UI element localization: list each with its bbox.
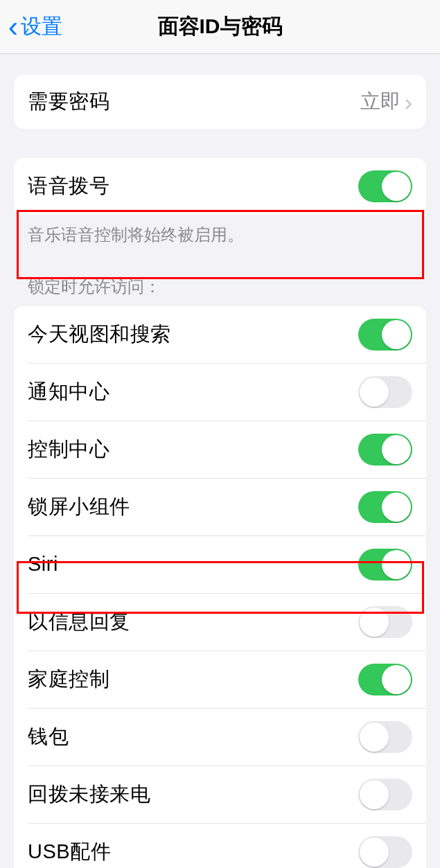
lock-item-label: 钱包 [28,723,69,751]
chevron-left-icon: ‹ [8,12,18,42]
lock-item-toggle[interactable] [358,549,412,581]
lock-item-row: 家庭控制 [28,650,426,708]
lock-item-row: 以信息回复 [28,593,426,650]
voice-dial-row: 语音拨号 [14,158,426,215]
lock-item-toggle[interactable] [358,664,412,696]
toggle-knob [360,608,389,637]
lock-item-toggle[interactable] [358,491,412,523]
lock-item-row: 控制中心 [28,420,426,478]
lock-item-toggle[interactable] [358,721,412,753]
toggle-knob [382,550,411,579]
lock-item-row: 钱包 [28,708,426,765]
page-title: 面容ID与密码 [158,12,283,41]
toggle-knob [382,665,411,694]
lock-item-row: 今天视图和搜索 [14,306,426,363]
lock-item-label: 通知中心 [28,378,109,406]
toggle-knob [360,723,389,752]
lock-item-row: 回拨未接来电 [28,765,426,823]
toggle-knob [360,838,389,867]
voice-dial-toggle[interactable] [358,170,412,202]
toggle-knob [360,780,389,809]
lock-item-label: 家庭控制 [28,666,109,693]
nav-header: ‹ 设置 面容ID与密码 [0,0,440,54]
lock-item-toggle[interactable] [358,319,412,351]
toggle-knob [382,435,411,464]
lock-item-row: USB配件 [28,823,426,868]
chevron-right-icon: › [405,89,412,116]
voice-dial-footer: 音乐语音控制将始终被启用。 [14,215,426,247]
voice-dial-label: 语音拨号 [28,172,109,200]
voice-dial-group: 语音拨号 [14,158,426,215]
lock-item-label: 以信息回复 [28,608,130,636]
toggle-knob [382,172,411,201]
toggle-knob [360,378,389,407]
require-passcode-group: 需要密码 立即 › [14,75,426,129]
lock-item-toggle[interactable] [358,779,412,811]
toggle-knob [382,493,411,522]
back-button[interactable]: ‹ 设置 [0,12,62,42]
lock-item-row: 通知中心 [28,363,426,420]
lock-item-toggle[interactable] [358,836,412,868]
lock-item-toggle[interactable] [358,376,412,408]
require-passcode-row[interactable]: 需要密码 立即 › [14,75,426,129]
back-label: 设置 [21,12,62,41]
lock-item-toggle[interactable] [358,606,412,638]
lock-item-row: 锁屏小组件 [28,478,426,535]
lock-access-group: 今天视图和搜索通知中心控制中心锁屏小组件Siri以信息回复家庭控制钱包回拨未接来… [14,306,426,868]
lock-item-toggle[interactable] [358,434,412,466]
toggle-knob [382,320,411,349]
lock-section-header: 锁定时允许访问： [14,276,426,306]
lock-item-label: 锁屏小组件 [28,493,130,521]
require-passcode-value: 立即 [360,88,401,116]
lock-item-label: Siri [28,553,58,576]
lock-item-label: 控制中心 [28,436,109,463]
lock-item-label: USB配件 [28,838,111,866]
lock-item-label: 今天视图和搜索 [28,321,171,348]
lock-item-row: Siri [28,535,426,593]
lock-item-label: 回拨未接来电 [28,781,150,808]
require-passcode-label: 需要密码 [28,88,109,116]
